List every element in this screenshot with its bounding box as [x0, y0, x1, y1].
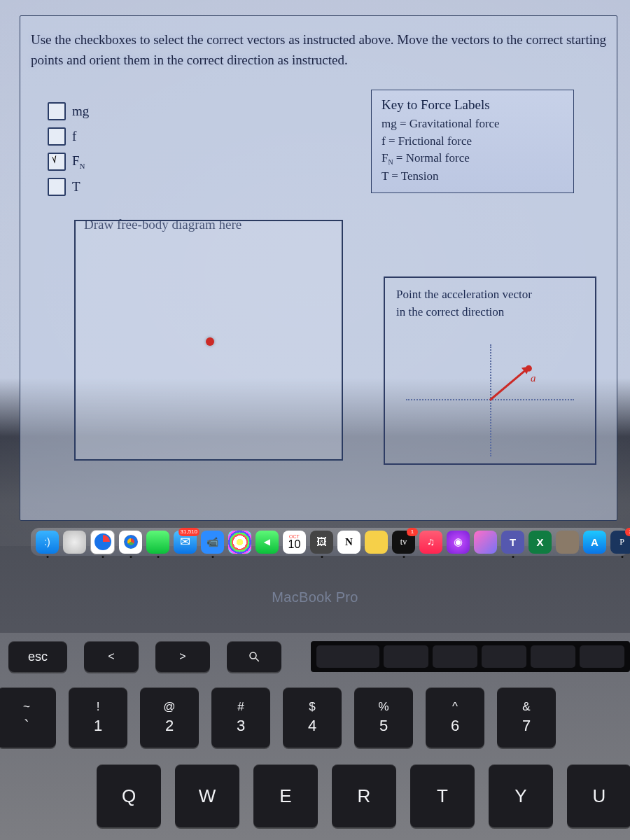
key-r: R	[332, 764, 396, 827]
tv-badge: 1	[407, 528, 418, 536]
music-icon[interactable]	[419, 531, 442, 554]
gimp-icon[interactable]	[556, 531, 579, 554]
k2-up: @	[163, 700, 175, 714]
touchbar-segment	[433, 645, 477, 668]
touchbar-segment	[316, 645, 379, 668]
k2-down: 2	[165, 717, 174, 735]
checkbox-f[interactable]	[48, 127, 66, 146]
key-1: !1	[69, 687, 127, 748]
checkbox-t[interactable]	[48, 178, 66, 196]
number-row: ~` !1 @2 #3 $4 %5 ^6 &7	[0, 687, 556, 748]
macbook-pro-label: MacBook Pro	[0, 589, 630, 606]
checkbox-label-mg: mg	[72, 104, 89, 119]
key-fn-rest: = Normal force	[393, 151, 470, 164]
fn-next-label: >	[179, 650, 186, 663]
fn-next-key: >	[155, 641, 210, 672]
checkbox-row-t: T	[48, 178, 89, 196]
key-u: U	[567, 764, 630, 827]
calendar-icon[interactable]: OCT10	[283, 531, 306, 554]
k4-up: $	[309, 700, 315, 714]
force-key-panel: Key to Force Labels mg = Gravitational f…	[371, 90, 574, 193]
checkbox-row-f: f	[48, 127, 89, 146]
key-6: ^6	[426, 687, 484, 748]
key-e: E	[253, 764, 318, 827]
k4-down: 4	[308, 717, 316, 735]
function-row: esc < >	[8, 641, 281, 672]
shortcuts-icon[interactable]	[474, 531, 497, 554]
accel-line1: Point the acceleration vector	[396, 288, 532, 301]
key-2: @2	[140, 687, 199, 748]
key-mg: mg = Gravitational force	[382, 115, 564, 133]
touchbar-segment	[580, 645, 624, 668]
fn-search-key	[227, 641, 281, 672]
a-label: a	[531, 372, 536, 384]
key-w: W	[175, 764, 239, 827]
tilde-down: `	[24, 717, 29, 735]
acceleration-plot[interactable]: a	[406, 344, 574, 456]
key-q: Q	[97, 764, 161, 827]
touch-bar	[311, 641, 630, 672]
k7-up: &	[522, 700, 530, 714]
podcasts-icon[interactable]	[447, 531, 470, 554]
finder-icon[interactable]	[36, 531, 59, 554]
mail-badge: 31,510	[178, 528, 200, 536]
app-store-icon[interactable]	[583, 531, 606, 554]
macos-dock: 31,510 OCT10 N 1 2	[31, 528, 629, 556]
apple-tv-icon[interactable]: 1	[392, 531, 415, 554]
esc-label: esc	[28, 650, 48, 664]
notion-glyph: N	[345, 536, 353, 548]
pearson-badge: 2	[625, 528, 630, 536]
photos-icon[interactable]	[228, 531, 251, 554]
fn-sub: N	[80, 162, 85, 170]
launchpad-icon[interactable]	[63, 531, 86, 554]
tilde-up: ~	[23, 700, 30, 714]
k6-up: ^	[452, 700, 458, 714]
k6-down: 6	[451, 717, 459, 735]
preview-icon[interactable]	[310, 531, 333, 554]
teams-icon[interactable]	[501, 531, 524, 554]
checkbox-mg[interactable]	[48, 102, 66, 120]
messages-icon[interactable]	[146, 531, 169, 554]
vector-handle[interactable]	[524, 364, 533, 373]
k3-down: 3	[237, 717, 245, 735]
key-4: $4	[283, 687, 342, 748]
touchbar-segment	[531, 645, 575, 668]
key-t: T = Tension	[382, 168, 564, 186]
acceleration-vector[interactable]	[489, 367, 529, 401]
key-7: &7	[497, 687, 556, 748]
vector-checkbox-group: mg f FN T	[48, 102, 89, 203]
calendar-day: 10	[288, 539, 301, 550]
svg-point-0	[250, 652, 256, 659]
k3-up: #	[237, 700, 244, 714]
chrome-icon[interactable]	[119, 531, 142, 554]
key-5: %5	[354, 687, 413, 748]
photo-backdrop: Use the checkboxes to select the correct…	[0, 0, 630, 840]
k5-down: 5	[379, 717, 388, 735]
safari-icon[interactable]	[90, 530, 115, 554]
svg-line-1	[255, 658, 259, 662]
qwerty-row: Q W E R T Y U	[97, 764, 630, 827]
mail-icon[interactable]: 31,510	[174, 531, 197, 554]
instructions-text: Use the checkboxes to select the correct…	[31, 29, 610, 71]
k7-down: 7	[522, 717, 531, 735]
search-icon	[248, 650, 260, 663]
k5-up: %	[378, 700, 388, 714]
zoom-icon[interactable]	[201, 531, 224, 554]
fbd-center-point[interactable]	[206, 337, 214, 346]
accel-line2: in the correct direction	[396, 305, 504, 318]
checkbox-label-t: T	[72, 179, 80, 195]
key-t: T	[410, 764, 475, 827]
facetime-icon[interactable]	[255, 531, 279, 554]
checkbox-label-f: f	[72, 129, 76, 144]
force-key-title: Key to Force Labels	[382, 97, 564, 113]
physical-keyboard: esc < > ~` !1 @2 #3 $4 %5 ^6 &7 Q W E R	[0, 633, 630, 840]
fn-prev-label: <	[108, 650, 114, 663]
backtick-key: ~`	[0, 687, 56, 748]
notion-icon[interactable]: N	[337, 531, 360, 554]
k1-up: !	[97, 700, 100, 714]
k1-down: 1	[94, 717, 102, 735]
key-fn-sub: N	[388, 159, 393, 167]
pearson-icon[interactable]: 2	[610, 531, 630, 554]
excel-icon[interactable]	[528, 531, 552, 554]
notes-icon[interactable]	[365, 531, 388, 554]
